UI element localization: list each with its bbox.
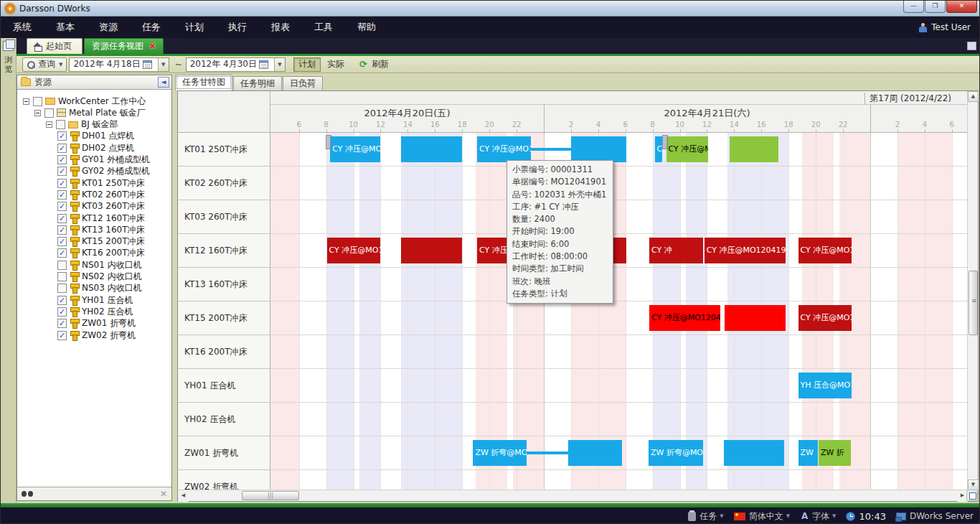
menu-item-6[interactable]: 执行 xyxy=(216,17,259,38)
clear-filter-icon[interactable]: ✕ xyxy=(160,489,167,499)
checkbox-checked[interactable]: ✓ xyxy=(57,248,67,258)
checkbox-checked[interactable]: ✓ xyxy=(57,190,67,200)
checkbox-unchecked[interactable] xyxy=(56,120,65,129)
task-bar[interactable]: ZW 折弯@MO12041901 xyxy=(473,440,527,466)
tree-item[interactable]: ✓KT12 160T冲床 xyxy=(57,212,145,224)
gantt-tab-1[interactable]: 任务甘特图 xyxy=(175,75,232,90)
task-drag-handle[interactable] xyxy=(326,135,331,149)
menu-item-7[interactable]: 报表 xyxy=(259,17,302,38)
tree-expander-icon[interactable] xyxy=(34,110,41,116)
task-bar[interactable]: ZW 折 xyxy=(819,440,851,466)
plan-toggle-button[interactable]: 计划 xyxy=(293,57,321,72)
checkbox-checked[interactable]: ✓ xyxy=(57,179,67,188)
query-dropdown-icon[interactable]: ▼ xyxy=(59,62,62,67)
tree-item[interactable]: ✓KT15 200T冲床 xyxy=(57,236,145,248)
tree-item[interactable]: ✓KT01 250T冲床 xyxy=(57,177,145,189)
gantt-tab-3[interactable]: 日负荷 xyxy=(283,76,323,90)
checkbox-unchecked[interactable] xyxy=(44,108,54,118)
menu-item-1[interactable]: 系统 xyxy=(1,17,44,38)
horizontal-scroll-thumb[interactable]: ||| xyxy=(242,491,299,500)
tree-item[interactable]: ✓GY01 外桶成型机 xyxy=(57,154,150,166)
binoculars-search-icon[interactable] xyxy=(22,490,33,497)
task-bar[interactable]: ZW 折弯@MO12041901 xyxy=(649,440,703,466)
dropdown-icon[interactable]: ▼ xyxy=(720,513,723,519)
gantt-tab-2[interactable]: 任务明细 xyxy=(233,76,282,90)
menu-item-2[interactable]: 基本 xyxy=(44,17,87,38)
tab-close-icon[interactable]: ✖ xyxy=(149,42,156,51)
task-bar[interactable] xyxy=(401,136,462,162)
tree-item[interactable]: ✓KT03 260T冲床 xyxy=(57,201,145,212)
task-bar[interactable]: CY 冲 xyxy=(649,238,703,263)
task-bar[interactable] xyxy=(730,136,778,162)
tab-resource-task-view[interactable]: 资源任务视图 ✖ xyxy=(84,38,164,54)
checkbox-checked[interactable]: ✓ xyxy=(57,144,67,153)
maximize-button[interactable]: ❐ xyxy=(925,1,946,13)
collapse-panel-button[interactable]: ◄ xyxy=(158,77,169,88)
checkbox-checked[interactable]: ✓ xyxy=(57,296,67,305)
close-button[interactable]: ✕ xyxy=(946,1,977,13)
tree-item[interactable]: NS01 内收口机 xyxy=(57,259,142,271)
tree-item[interactable]: WorkCenter 工作中心 xyxy=(23,95,146,107)
tree-item[interactable]: ✓ZW01 折弯机 xyxy=(57,318,136,329)
task-bar[interactable] xyxy=(725,305,786,331)
vertical-scroll-thumb[interactable] xyxy=(969,271,978,335)
user-area[interactable]: Test User xyxy=(918,17,971,38)
status-item-2[interactable]: 简体中文▼ xyxy=(734,510,790,523)
task-bar[interactable]: CY 冲压@MO12041903 xyxy=(649,305,720,331)
task-bar[interactable] xyxy=(571,136,626,162)
task-bar[interactable]: C xyxy=(655,136,662,162)
task-bar[interactable] xyxy=(568,440,622,466)
task-bar[interactable] xyxy=(401,238,462,263)
checkbox-unchecked[interactable] xyxy=(57,272,67,281)
actual-toggle-button[interactable]: 实际 xyxy=(322,57,349,72)
task-bar[interactable]: CY 冲压@MO1 xyxy=(798,238,852,263)
status-item-3[interactable]: A字体▼ xyxy=(800,510,836,523)
tree-item[interactable]: ✓KT16 200T冲床 xyxy=(57,248,145,259)
query-button[interactable]: 查询 ▼ xyxy=(22,57,67,72)
date-from-picker[interactable]: 2012年 4月18日 ▼ xyxy=(69,57,169,72)
checkbox-checked[interactable]: ✓ xyxy=(57,214,67,223)
checkbox-checked[interactable]: ✓ xyxy=(57,319,67,328)
dropdown-icon[interactable]: ▼ xyxy=(832,513,836,519)
status-item-5[interactable]: DWorks Server xyxy=(896,511,974,521)
tree-item[interactable]: BJ 钣金部 xyxy=(46,119,118,131)
minimize-button[interactable]: — xyxy=(903,1,924,13)
tree-expander-icon[interactable] xyxy=(46,121,52,128)
calendar-icon[interactable] xyxy=(143,60,152,69)
status-item-4[interactable]: 10:43 xyxy=(846,511,885,522)
checkbox-checked[interactable]: ✓ xyxy=(57,225,67,235)
vertical-scrollbar[interactable]: ▲ ▼ xyxy=(967,91,978,490)
checkbox-unchecked[interactable] xyxy=(57,261,67,270)
tree-item[interactable]: ✓KT13 160T冲床 xyxy=(57,224,145,235)
tree-item[interactable]: ✓DH02 点焊机 xyxy=(57,142,134,154)
checkbox-checked[interactable]: ✓ xyxy=(57,131,67,141)
task-bar[interactable]: CY 冲压@MO12041902 xyxy=(666,136,709,162)
horizontal-scrollbar[interactable]: ◀ ||| ▶ xyxy=(178,490,968,501)
menu-item-5[interactable]: 计划 xyxy=(173,17,216,38)
date-to-dropdown-icon[interactable]: ▼ xyxy=(274,58,285,71)
tree-item[interactable]: ✓DH01 点焊机 xyxy=(57,131,134,142)
task-drag-handle[interactable] xyxy=(662,135,668,149)
status-item-1[interactable]: 任务▼ xyxy=(688,510,723,523)
tree-item[interactable]: ✓YH01 压合机 xyxy=(57,294,133,306)
menu-item-8[interactable]: 工具 xyxy=(302,17,345,38)
tree-expander-icon[interactable] xyxy=(23,98,29,105)
menu-item-3[interactable]: 资源 xyxy=(87,17,130,38)
checkbox-checked[interactable]: ✓ xyxy=(57,237,67,246)
task-bar[interactable]: CY 冲压@MO12041904 xyxy=(327,238,380,263)
checkbox-unchecked[interactable] xyxy=(33,97,42,106)
task-bar[interactable]: CY 冲压@MO1 xyxy=(798,305,852,331)
scroll-left-icon[interactable]: ◀ xyxy=(178,490,189,502)
tab-home-page[interactable]: 起始页 xyxy=(27,38,83,54)
checkbox-checked[interactable]: ✓ xyxy=(57,167,67,176)
tree-item[interactable]: NS02 内收口机 xyxy=(57,271,142,283)
tree-item[interactable]: ✓KT02 260T冲床 xyxy=(57,189,145,200)
refresh-button[interactable]: 刷新 xyxy=(372,58,389,70)
task-bar[interactable]: CY 冲压@MO12041904 xyxy=(705,238,786,263)
dropdown-icon[interactable]: ▼ xyxy=(786,513,790,519)
collapsed-panel-strip[interactable]: 浏览 xyxy=(1,38,17,503)
tree-item[interactable]: ✓GY02 外桶成型机 xyxy=(57,166,150,177)
checkbox-unchecked[interactable] xyxy=(57,284,67,293)
tree-item[interactable]: ✓YH02 压合机 xyxy=(57,306,133,317)
checkbox-checked[interactable]: ✓ xyxy=(57,155,67,164)
